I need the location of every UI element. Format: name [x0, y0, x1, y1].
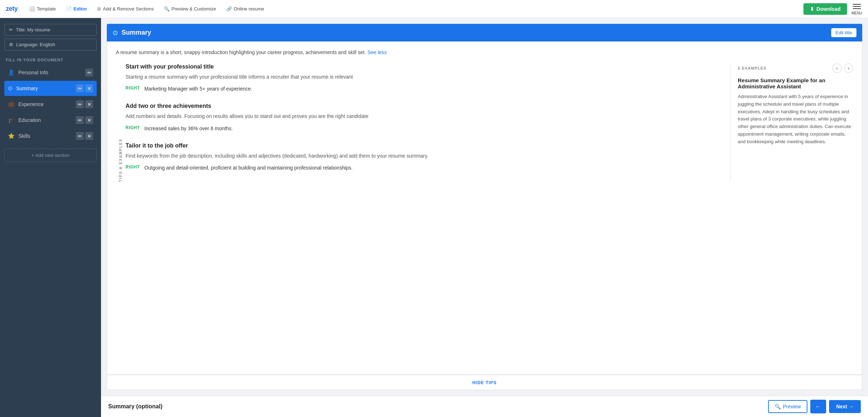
menu-button[interactable]: MENU [851, 3, 862, 15]
download-icon: ⬇ [810, 6, 814, 12]
tips-content: Start with your professional title Start… [126, 63, 731, 182]
briefcase-icon: 💼 [8, 101, 15, 107]
sidebar: ✏ Title: My resume ⚙ Language: English F… [0, 18, 101, 417]
edit-education-button[interactable]: ✏ [76, 116, 84, 124]
content-area: ⊙ Summary Edit title A resume summary is… [101, 18, 868, 417]
bottom-actions: 🔍 Preview ← Next → [768, 400, 861, 413]
tips-panel: A resume summary is a short, snappy intr… [107, 41, 862, 375]
sidebar-item-education[interactable]: 🎓 Education ✏ ✕ [4, 113, 97, 128]
example-title: Resume Summary Example for an Administra… [738, 77, 853, 89]
summary-icon: ⊙ [8, 85, 13, 92]
title-button[interactable]: ✏ Title: My resume [4, 24, 97, 36]
graduation-icon: 🎓 [8, 117, 15, 123]
nav-editor[interactable]: 📄 Editor [62, 4, 92, 14]
preview-button[interactable]: 🔍 Preview [768, 400, 807, 413]
delete-summary-button[interactable]: ✕ [85, 84, 93, 92]
delete-skills-button[interactable]: ✕ [85, 132, 93, 140]
preview-search-icon: 🔍 [775, 404, 781, 409]
examples-panel: 5 EXAMPLES ‹ › Resume Summary Example fo… [731, 63, 853, 182]
nav-template[interactable]: ⬜ Template [25, 4, 60, 14]
sidebar-item-summary[interactable]: ⊙ Summary ✏ ✕ [4, 81, 97, 96]
bottom-bar: Summary (optional) 🔍 Preview ← Next → [101, 396, 868, 417]
language-button[interactable]: ⚙ Language: English [4, 39, 97, 51]
section-header: ⊙ Summary Edit title [107, 24, 862, 41]
content-scroll: ⊙ Summary Edit title A resume summary is… [101, 18, 868, 396]
delete-experience-button[interactable]: ✕ [85, 100, 93, 108]
bottom-section-title: Summary (optional) [108, 403, 162, 410]
tip-3: Tailor it to the job offer Find keywords… [126, 142, 722, 172]
main-layout: ✏ Title: My resume ⚙ Language: English F… [0, 18, 868, 417]
edit-skills-button[interactable]: ✏ [76, 132, 84, 140]
edit-personal-info-button[interactable]: ✏ [85, 69, 93, 76]
star-icon: ⭐ [8, 133, 15, 139]
delete-education-button[interactable]: ✕ [85, 116, 93, 124]
sidebar-item-skills[interactable]: ⭐ Skills ✏ ✕ [4, 128, 97, 144]
hide-tips-bar: HIDE TIPS [107, 375, 862, 390]
link-icon: 🔗 [226, 6, 232, 12]
pen-icon: ✏ [9, 27, 13, 32]
nav-add-remove[interactable]: ⊞ Add & Remove Sections [93, 4, 158, 14]
nav-right: ⬇ Download MENU [803, 3, 862, 15]
tips-examples-container: TIPS & EXAMPLES Start with your professi… [116, 63, 853, 182]
section-header-icon: ⊙ [113, 29, 118, 37]
tips-rotated-label: TIPS & EXAMPLES [116, 63, 126, 182]
see-less-link[interactable]: See less [367, 49, 387, 55]
nav-preview-customize[interactable]: 🔍 Preview & Customize [159, 4, 220, 14]
preview-icon: 🔍 [164, 6, 170, 12]
hide-tips-link[interactable]: HIDE TIPS [472, 380, 497, 385]
tip-1: Start with your professional title Start… [126, 63, 722, 93]
tip-2: Add two or three achievements Add number… [126, 103, 722, 132]
example-text: Administrative Assistant with 5 years of… [738, 93, 853, 146]
logo: zety [6, 5, 18, 13]
topnav: zety ⬜ Template 📄 Editor ⊞ Add & Remove … [0, 0, 868, 18]
add-section-button[interactable]: + Add new section [4, 149, 97, 162]
tips-intro: A resume summary is a short, snappy intr… [116, 49, 853, 56]
edit-experience-button[interactable]: ✏ [76, 100, 84, 108]
editor-icon: 📄 [66, 6, 72, 12]
example-prev-button[interactable]: ‹ [832, 63, 842, 73]
example-next-button[interactable]: › [844, 63, 853, 73]
fill-label: FILL IN YOUR DOCUMENT [6, 58, 97, 62]
next-button[interactable]: Next → [829, 400, 861, 413]
edit-title-button[interactable]: Edit title [831, 28, 856, 37]
edit-summary-button[interactable]: ✏ [76, 84, 84, 92]
main-panel: ⊙ Summary Edit title A resume summary is… [107, 24, 862, 390]
download-button[interactable]: ⬇ Download [803, 3, 847, 15]
person-icon: 👤 [8, 69, 15, 76]
back-button[interactable]: ← [810, 400, 826, 413]
sidebar-item-experience[interactable]: 💼 Experience ✏ ✕ [4, 97, 97, 112]
add-remove-icon: ⊞ [97, 6, 101, 12]
globe-icon: ⚙ [9, 42, 13, 47]
examples-header: 5 EXAMPLES ‹ › [738, 63, 853, 73]
nav-online-resume[interactable]: 🔗 Online resume [222, 4, 269, 14]
template-icon: ⬜ [29, 6, 35, 12]
sidebar-item-personal-info[interactable]: 👤 Personal Info ✏ [4, 65, 97, 80]
